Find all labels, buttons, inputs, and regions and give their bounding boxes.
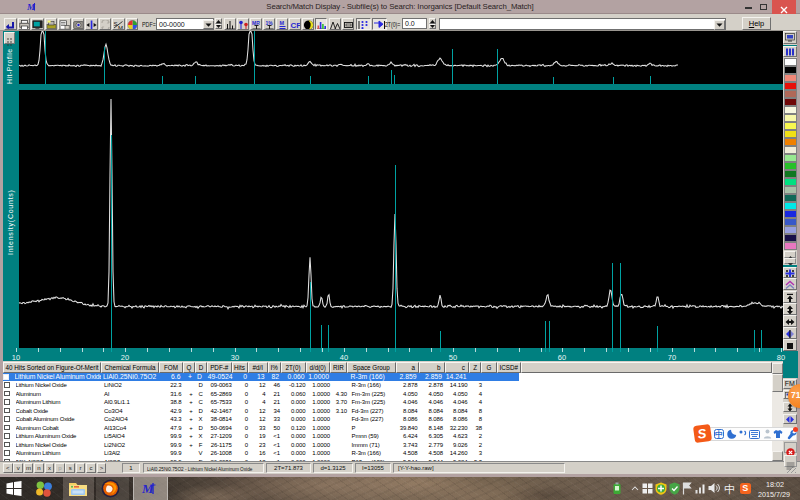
svg-text:M: M	[142, 481, 154, 496]
svg-text:80: 80	[777, 353, 785, 362]
svg-text:中: 中	[724, 482, 735, 494]
